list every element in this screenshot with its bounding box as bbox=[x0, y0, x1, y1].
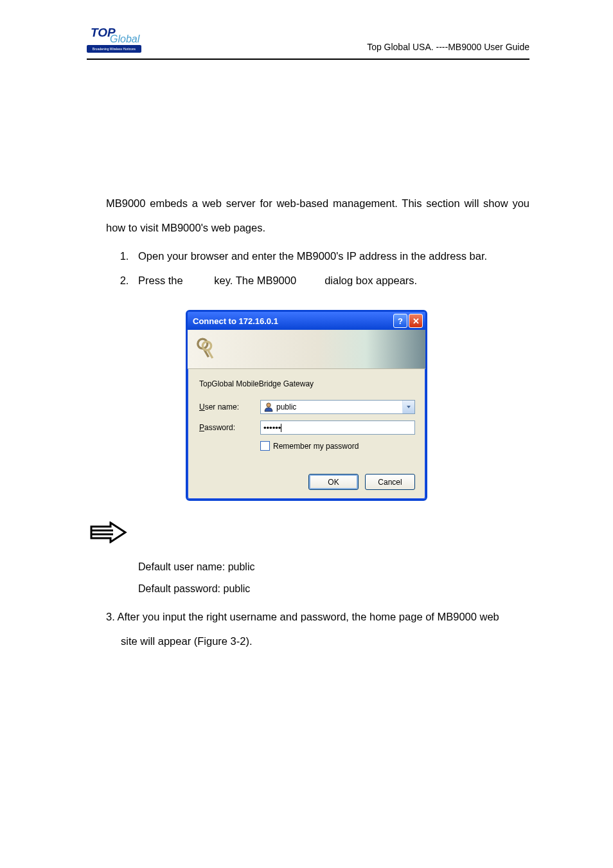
password-value: •••••• bbox=[263, 423, 281, 433]
titlebar-buttons: ? ✕ bbox=[393, 314, 423, 328]
password-input[interactable]: •••••• bbox=[260, 420, 415, 435]
steps-list: Open your browser and enter the MB9000's… bbox=[132, 244, 529, 293]
note-line-1: Default user name: public bbox=[138, 556, 613, 578]
username-label: User name: bbox=[199, 402, 260, 411]
svg-point-4 bbox=[267, 403, 271, 407]
note-line-2: Default password: public bbox=[138, 578, 613, 600]
cancel-button[interactable]: Cancel bbox=[365, 474, 415, 490]
ok-button[interactable]: OK bbox=[308, 474, 359, 490]
help-button[interactable]: ? bbox=[393, 314, 407, 328]
dialog-button-row: OK Cancel bbox=[199, 474, 415, 490]
password-row: Password: •••••• bbox=[199, 420, 415, 435]
close-icon: ✕ bbox=[413, 316, 420, 326]
note-block: Default user name: public Default passwo… bbox=[0, 510, 613, 599]
logo-text-global: Global bbox=[110, 33, 139, 45]
remember-label: Remember my password bbox=[273, 442, 359, 451]
close-button[interactable]: ✕ bbox=[409, 314, 423, 328]
chevron-down-icon bbox=[406, 404, 411, 410]
ok-label: OK bbox=[328, 478, 339, 487]
arrow-icon bbox=[90, 521, 129, 543]
dialog-title: Connect to 172.16.0.1 bbox=[193, 316, 393, 326]
note-text: Default user name: public Default passwo… bbox=[138, 556, 613, 599]
remember-row: Remember my password bbox=[260, 441, 415, 451]
cancel-label: Cancel bbox=[378, 478, 402, 487]
keys-icon bbox=[194, 336, 220, 362]
username-combo[interactable]: public bbox=[260, 400, 415, 414]
step-1: Open your browser and enter the MB9000's… bbox=[132, 244, 529, 267]
step-2b: key. The MB9000 bbox=[211, 275, 299, 286]
step-3-line-2: site will appear (Figure 3-2). bbox=[121, 629, 529, 654]
username-value: public bbox=[276, 402, 296, 411]
dialog-titlebar[interactable]: Connect to 172.16.0.1 ? ✕ bbox=[188, 312, 425, 330]
password-label: Password: bbox=[199, 423, 260, 432]
username-row: User name: public bbox=[199, 400, 415, 414]
remember-checkbox[interactable] bbox=[260, 441, 270, 451]
step-3-line-1: 3. After you input the right username an… bbox=[106, 605, 529, 629]
page-header: TOP Global Broadening Wireless Horizons … bbox=[0, 0, 613, 59]
header-rule bbox=[87, 59, 529, 60]
intro-text: MB9000 embeds a web server for web-based… bbox=[106, 192, 529, 292]
help-icon: ? bbox=[398, 316, 403, 326]
step-2a: Press the bbox=[138, 275, 186, 286]
text-cursor bbox=[281, 424, 281, 432]
logo-tagline: Broadening Wireless Horizons bbox=[87, 45, 141, 53]
user-icon bbox=[263, 402, 274, 412]
intro-paragraph: MB9000 embeds a web server for web-based… bbox=[106, 192, 529, 240]
combo-dropdown-button[interactable] bbox=[402, 401, 414, 413]
dialog-banner bbox=[188, 330, 425, 369]
step-2c: dialog box appears. bbox=[322, 275, 418, 286]
logo: TOP Global Broadening Wireless Horizons bbox=[87, 26, 141, 55]
header-right-text: Top Global USA. ----MB9000 User Guide bbox=[367, 42, 529, 55]
login-dialog: Connect to 172.16.0.1 ? ✕ TopGlobal Mobi… bbox=[186, 310, 427, 501]
dialog-form: TopGlobal MobileBridge Gateway User name… bbox=[188, 369, 425, 499]
realm-text: TopGlobal MobileBridge Gateway bbox=[199, 379, 415, 388]
step-2: Press the Enter key. The MB9000 login di… bbox=[132, 269, 529, 292]
